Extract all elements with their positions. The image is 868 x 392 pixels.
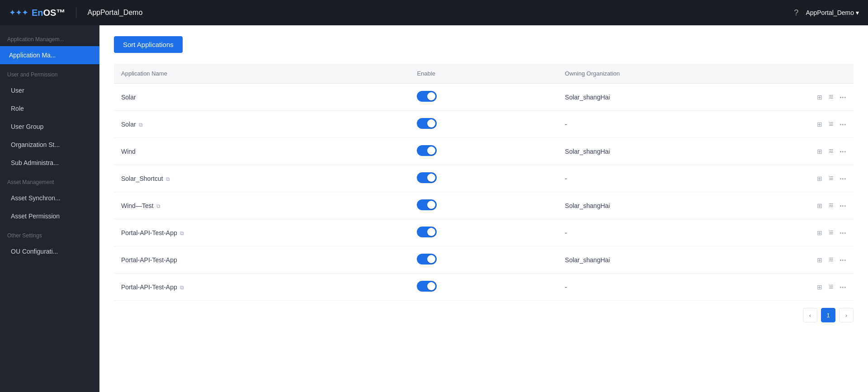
- row-actions: ⊞ ≡ •••: [750, 92, 846, 102]
- external-link-icon[interactable]: ⧉: [180, 284, 184, 291]
- external-link-icon[interactable]: ⧉: [139, 122, 143, 128]
- list-view-icon[interactable]: ≡: [829, 174, 834, 183]
- table-row: Portal-API-Test-App⧉- ⊞ ≡ •••: [114, 274, 854, 301]
- enable-toggle[interactable]: [417, 172, 437, 183]
- applications-table: Application Name Enable Owning Organizat…: [114, 64, 854, 301]
- enable-toggle[interactable]: [417, 199, 437, 210]
- pagination-prev[interactable]: ‹: [803, 308, 817, 322]
- app-name-label: Wind—Test: [121, 202, 154, 209]
- more-options-icon[interactable]: •••: [840, 203, 846, 208]
- sidebar-item-asset-sync[interactable]: Asset Synchron...: [0, 189, 99, 207]
- sidebar-item-sub-admin[interactable]: Sub Administra...: [0, 154, 99, 172]
- external-link-icon[interactable]: ⧉: [156, 203, 160, 209]
- enable-cell: [410, 274, 557, 301]
- grid-view-icon[interactable]: ⊞: [817, 121, 822, 128]
- app-name-cell: Portal-API-Test-App⧉: [114, 219, 410, 246]
- more-options-icon[interactable]: •••: [840, 284, 846, 290]
- enable-toggle[interactable]: [417, 281, 437, 292]
- actions-cell: ⊞ ≡ •••: [743, 192, 854, 219]
- enable-toggle[interactable]: [417, 91, 437, 102]
- more-options-icon[interactable]: •••: [840, 149, 846, 154]
- sort-applications-button[interactable]: Sort Applications: [114, 36, 183, 53]
- sidebar: Application Managem... Application Ma...…: [0, 25, 99, 392]
- enable-toggle[interactable]: [417, 254, 437, 264]
- grid-view-icon[interactable]: ⊞: [817, 256, 822, 264]
- app-name-cell: Portal-API-Test-App: [114, 246, 410, 274]
- app-name-cell: Portal-API-Test-App⧉: [114, 274, 410, 301]
- list-view-icon[interactable]: ≡: [829, 255, 834, 264]
- external-link-icon[interactable]: ⧉: [166, 176, 170, 182]
- more-options-icon[interactable]: •••: [840, 122, 846, 127]
- grid-view-icon[interactable]: ⊞: [817, 202, 822, 209]
- sidebar-section-asset: Asset Management: [0, 172, 99, 189]
- logo-en: En: [32, 8, 43, 18]
- col-header-enable: Enable: [410, 64, 557, 84]
- table-row: Portal-API-Test-App⧉- ⊞ ≡ •••: [114, 219, 854, 246]
- list-view-icon[interactable]: ≡: [829, 282, 834, 292]
- list-view-icon[interactable]: ≡: [829, 228, 834, 237]
- sidebar-item-org-structure[interactable]: Organization St...: [0, 136, 99, 154]
- sidebar-item-app-management[interactable]: Application Ma...: [0, 46, 99, 64]
- enable-toggle[interactable]: [417, 145, 437, 156]
- list-view-icon[interactable]: ≡: [829, 201, 834, 210]
- actions-cell: ⊞ ≡ •••: [743, 111, 854, 138]
- grid-view-icon[interactable]: ⊞: [817, 148, 822, 155]
- header-right: ? AppPortal_Demo ▾: [794, 8, 859, 18]
- sidebar-section-app: Application Managem...: [0, 29, 99, 46]
- list-view-icon[interactable]: ≡: [829, 92, 834, 102]
- actions-cell: ⊞ ≡ •••: [743, 84, 854, 111]
- header-divider: [76, 7, 76, 18]
- more-options-icon[interactable]: •••: [840, 176, 846, 181]
- more-options-icon[interactable]: •••: [840, 230, 846, 236]
- org-cell: -: [558, 111, 743, 138]
- row-actions: ⊞ ≡ •••: [750, 119, 846, 129]
- actions-cell: ⊞ ≡ •••: [743, 219, 854, 246]
- app-name-cell: Wind—Test⧉: [114, 192, 410, 219]
- grid-view-icon[interactable]: ⊞: [817, 283, 822, 291]
- actions-cell: ⊞ ≡ •••: [743, 165, 854, 192]
- app-name-label: Wind: [121, 148, 136, 155]
- grid-view-icon[interactable]: ⊞: [817, 94, 822, 101]
- enable-toggle[interactable]: [417, 118, 437, 129]
- org-cell: Solar_shangHai: [558, 246, 743, 274]
- sidebar-item-ou-config[interactable]: OU Configurati...: [0, 242, 99, 260]
- more-options-icon[interactable]: •••: [840, 94, 846, 100]
- list-view-icon[interactable]: ≡: [829, 119, 834, 129]
- actions-cell: ⊞ ≡ •••: [743, 274, 854, 301]
- table-row: Portal-API-Test-AppSolar_shangHai ⊞ ≡ ••…: [114, 246, 854, 274]
- table-row: SolarSolar_shangHai ⊞ ≡ •••: [114, 84, 854, 111]
- sidebar-item-user-group[interactable]: User Group: [0, 118, 99, 136]
- app-header: ✦✦✦ EnOS™ AppPortal_Demo ? AppPortal_Dem…: [0, 0, 868, 25]
- external-link-icon[interactable]: ⧉: [180, 230, 184, 236]
- app-name-label: Portal-API-Test-App: [121, 229, 177, 236]
- row-actions: ⊞ ≡ •••: [750, 228, 846, 237]
- actions-cell: ⊞ ≡ •••: [743, 246, 854, 274]
- help-icon[interactable]: ?: [794, 8, 798, 18]
- enable-cell: [410, 219, 557, 246]
- sidebar-item-user[interactable]: User: [0, 81, 99, 99]
- org-cell: -: [558, 274, 743, 301]
- enable-cell: [410, 246, 557, 274]
- grid-view-icon[interactable]: ⊞: [817, 175, 822, 182]
- more-options-icon[interactable]: •••: [840, 257, 846, 263]
- grid-view-icon[interactable]: ⊞: [817, 229, 822, 236]
- enable-cell: [410, 84, 557, 111]
- row-actions: ⊞ ≡ •••: [750, 146, 846, 156]
- enable-toggle[interactable]: [417, 227, 437, 237]
- enable-cell: [410, 192, 557, 219]
- user-menu[interactable]: AppPortal_Demo ▾: [806, 9, 859, 16]
- row-actions: ⊞ ≡ •••: [750, 255, 846, 264]
- list-view-icon[interactable]: ≡: [829, 146, 834, 156]
- table-row: WindSolar_shangHai ⊞ ≡ •••: [114, 138, 854, 165]
- main-layout: Application Managem... Application Ma...…: [0, 25, 868, 392]
- app-name-label: Solar: [121, 94, 136, 101]
- pagination-page-1[interactable]: 1: [821, 308, 835, 322]
- sidebar-section-other: Other Settings: [0, 225, 99, 242]
- sidebar-item-asset-permission[interactable]: Asset Permission: [0, 207, 99, 225]
- actions-cell: ⊞ ≡ •••: [743, 138, 854, 165]
- org-cell: -: [558, 165, 743, 192]
- table-row: Solar_Shortcut⧉- ⊞ ≡ •••: [114, 165, 854, 192]
- sidebar-item-role[interactable]: Role: [0, 99, 99, 118]
- pagination-next[interactable]: ›: [839, 308, 854, 322]
- main-content: Sort Applications Application Name Enabl…: [99, 25, 868, 392]
